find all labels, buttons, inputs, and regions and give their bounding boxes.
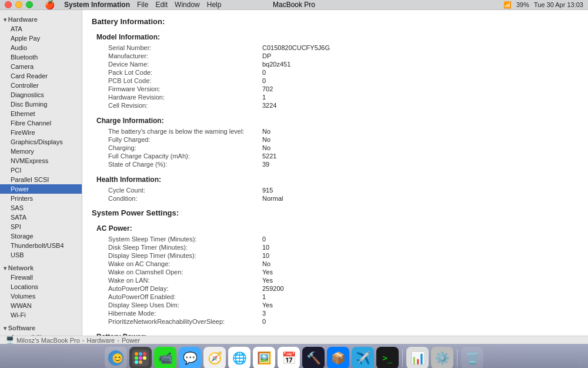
clock: Tue 30 Apr 13:03 [534,1,583,8]
sidebar-item-wwan[interactable]: WWAN [0,301,82,310]
sidebar-item-camera[interactable]: Camera [0,62,82,71]
sidebar-item-apple-pay[interactable]: Apple Pay [0,34,82,43]
table-row: PCB Lot Code:0 [96,77,579,85]
table-row: Firmware Version:702 [96,85,579,93]
svg-point-7 [139,356,142,360]
sidebar-item-usb[interactable]: USB [0,250,82,260]
sidebar-item-storage[interactable]: Storage [0,231,82,241]
dock-chrome[interactable]: 🌐 [228,347,250,368]
svg-point-3 [135,352,138,356]
menu-file[interactable]: File [137,1,148,9]
breadcrumb-power: Power [122,337,140,344]
battery-indicator: 39% [516,1,529,8]
dock-terminal[interactable]: >_ [376,347,399,368]
sidebar-item-spi[interactable]: SPI [0,222,82,231]
dock-trash[interactable]: 🗑️ [461,347,483,368]
sidebar-item-sata[interactable]: SATA [0,213,82,222]
table-row: Manufacturer:DP [96,52,579,60]
sidebar-group-network[interactable]: Network [0,263,82,273]
dock-finder[interactable]: 😊 [105,347,127,368]
sidebar-item-volumes[interactable]: Volumes [0,291,82,301]
sidebar-item-graphics-displays[interactable]: Graphics/Displays [0,137,82,147]
model-info-title: Model Information: [96,33,579,41]
table-row: Hibernate Mode:3 [96,309,579,317]
charge-info-table: The battery's charge is below the warnin… [96,127,579,168]
dock-telegram[interactable]: ✈️ [352,347,374,368]
table-row: Pack Lot Code:0 [96,68,579,77]
dock-xcode[interactable]: 🔨 [302,347,325,368]
statusbar: 🖥️ Milosz's MacBook Pro › Hardware › Pow… [0,336,588,344]
sidebar-item-bluetooth[interactable]: Bluetooth [0,52,82,62]
sidebar-group-software[interactable]: Software [0,323,82,333]
breadcrumb-computer: Milosz's MacBook Pro [16,337,80,344]
sidebar-item-pci[interactable]: PCI [0,165,82,175]
svg-point-8 [143,356,146,360]
sidebar-item-ethernet[interactable]: Ethernet [0,109,82,118]
sidebar-item-controller[interactable]: Controller [0,81,82,90]
sidebar-item-disc-burning[interactable]: Disc Burning [0,100,82,109]
sidebar-group-hardware[interactable]: Hardware [0,15,82,24]
sidebar-item-firewire[interactable]: FireWire [0,128,82,137]
table-row: Fully Charged:No [96,135,579,144]
sidebar-item-thunderbolt[interactable]: Thunderbolt/USB4 [0,241,82,250]
svg-point-5 [143,352,146,356]
sidebar-item-printers[interactable]: Printers [0,194,82,203]
sidebar-item-card-reader[interactable]: Card Reader [0,71,82,81]
sidebar-item-memory[interactable]: Memory [0,147,82,156]
dock-system-prefs[interactable]: ⚙️ [431,347,453,368]
close-button[interactable] [5,1,12,8]
sidebar-item-power[interactable]: Power [0,184,82,194]
dock-messages[interactable]: 💬 [179,347,201,368]
ac-power-table: System Sleep Timer (Minutes):0 Disk Slee… [96,235,579,326]
sidebar-item-sas[interactable]: SAS [0,203,82,213]
sidebar-item-diagnostics[interactable]: Diagnostics [0,90,82,100]
sidebar: Hardware ATA Apple Pay Audio Bluetooth C… [0,10,82,336]
table-row: Serial Number:C0150820CUCFY5J6G [96,44,579,52]
menu-edit[interactable]: Edit [155,1,168,9]
dock-calendar[interactable]: 📅 [278,347,300,368]
app-window: Hardware ATA Apple Pay Audio Bluetooth C… [0,10,588,336]
page-title: Battery Information: [92,17,579,26]
table-row: Display Sleep Uses Dim:Yes [96,301,579,309]
dock-safari[interactable]: 🧭 [203,347,226,368]
sidebar-item-audio[interactable]: Audio [0,43,82,52]
table-row: Cell Revision:3224 [96,101,579,110]
svg-point-10 [139,360,142,364]
sidebar-item-ata[interactable]: ATA [0,24,82,34]
breadcrumb-hardware: Hardware [87,337,115,344]
dock-launchpad[interactable] [129,347,152,368]
dock-facetime[interactable]: 📹 [154,347,176,368]
app-name: System Information [64,1,130,9]
menu-help[interactable]: Help [207,1,222,9]
menu-window[interactable]: Window [175,1,200,9]
table-row: Wake on AC Change:No [96,260,579,268]
sidebar-item-locations[interactable]: Locations [0,282,82,291]
wifi-icon: 📶 [503,1,512,9]
table-row: Condition:Normal [96,194,579,203]
table-row: AutoPowerOff Delay:259200 [96,284,579,293]
maximize-button[interactable] [26,1,33,8]
ac-power-title: AC Power: [96,224,579,233]
table-row: AutoPowerOff Enabled:1 [96,293,579,301]
table-row: PrioritizeNetworkReachabilityOverSleep:0 [96,317,579,326]
traffic-lights [5,1,33,8]
sidebar-item-wifi[interactable]: Wi-Fi [0,310,82,320]
breadcrumb-arrow-2: › [117,337,119,344]
dock-activity-monitor[interactable]: 📊 [406,347,429,368]
table-row: State of Charge (%):39 [96,160,579,168]
health-info-title: Health Information: [96,175,579,184]
table-row: Disk Sleep Timer (Minutes):10 [96,243,579,251]
health-info-table: Cycle Count:915 Condition:Normal [96,186,579,203]
apple-logo-icon[interactable]: 🍎 [45,0,55,9]
sidebar-item-parallel-scsi[interactable]: Parallel SCSI [0,175,82,184]
sidebar-item-firewall[interactable]: Firewall [0,273,82,282]
computer-icon: 🖥️ [6,336,14,344]
dock-photos[interactable]: 🖼️ [253,347,275,368]
sidebar-item-nvmexpress[interactable]: NVMExpress [0,156,82,165]
sidebar-item-fibre-channel[interactable]: Fibre Channel [0,118,82,128]
table-row: Charging:No [96,144,579,152]
minimize-button[interactable] [15,1,22,8]
table-row: Wake on Clamshell Open:Yes [96,268,579,276]
dock-appstore[interactable]: 📦 [327,347,349,368]
table-row: Display Sleep Timer (Minutes):10 [96,251,579,260]
